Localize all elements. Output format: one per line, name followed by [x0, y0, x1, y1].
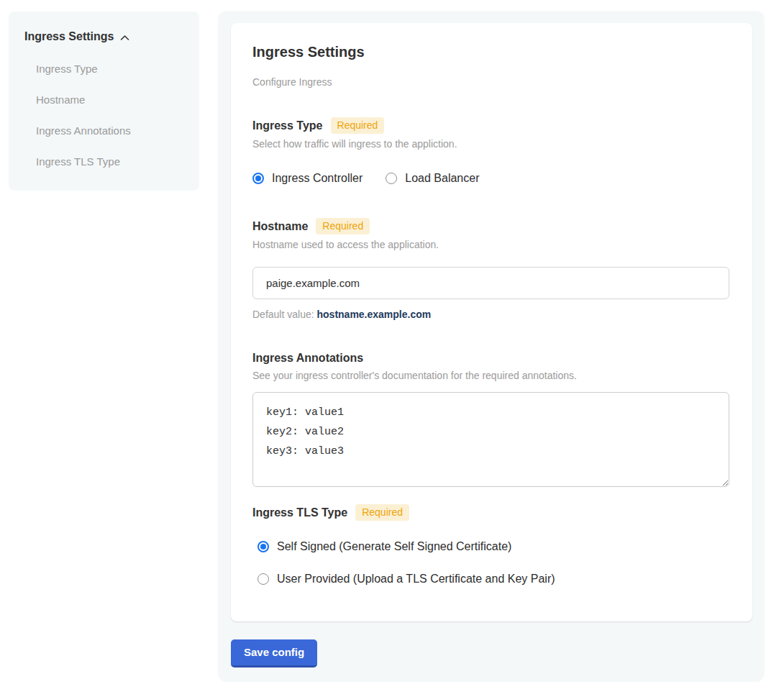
page-subtitle: Configure Ingress — [252, 76, 731, 88]
default-value-prefix: Default value: — [252, 309, 317, 320]
section-ingress-tls-type: Ingress TLS Type Required Self Signed (G… — [252, 504, 731, 586]
config-panel: Ingress Settings Configure Ingress Ingre… — [218, 11, 765, 682]
chevron-up-icon — [120, 30, 129, 45]
hostname-help: Hostname used to access the application. — [252, 239, 731, 251]
radio-label: Ingress Controller — [272, 171, 363, 185]
sidebar-group-label: Ingress Settings — [24, 29, 114, 44]
tls-type-heading: Ingress TLS Type — [252, 506, 347, 520]
section-ingress-type: Ingress Type Required Select how traffic… — [252, 117, 731, 185]
ingress-type-help: Select how traffic will ingress to the a… — [252, 138, 731, 150]
required-badge: Required — [316, 218, 370, 234]
annotations-help: See your ingress controller's documentat… — [252, 370, 731, 382]
sidebar-group-ingress-settings[interactable]: Ingress Settings — [24, 29, 185, 45]
ingress-type-radio-group: Ingress Controller Load Balancer — [252, 171, 731, 185]
sidebar-item-list: Ingress Type Hostname Ingress Annotation… — [24, 62, 185, 169]
tls-type-radio-group: Self Signed (Generate Self Signed Certif… — [252, 539, 731, 586]
required-badge: Required — [355, 504, 409, 521]
section-hostname: Hostname Required Hostname used to acces… — [252, 218, 731, 321]
ingress-type-heading: Ingress Type — [252, 119, 323, 133]
radio-ingress-controller[interactable]: Ingress Controller — [252, 171, 363, 185]
sidebar-item-ingress-tls-type[interactable]: Ingress TLS Type — [24, 155, 185, 169]
radio-self-signed[interactable]: Self Signed (Generate Self Signed Certif… — [257, 539, 731, 553]
hostname-default-line: Default value: hostname.example.com — [252, 309, 731, 321]
section-ingress-annotations: Ingress Annotations See your ingress con… — [252, 351, 731, 487]
hostname-heading: Hostname — [252, 219, 308, 234]
default-value-text: hostname.example.com — [317, 309, 432, 320]
sidebar-item-ingress-annotations[interactable]: Ingress Annotations — [24, 124, 185, 138]
save-config-button[interactable]: Save config — [231, 639, 317, 668]
page-title: Ingress Settings — [252, 43, 731, 60]
annotations-heading: Ingress Annotations — [252, 351, 363, 365]
required-badge: Required — [331, 117, 385, 134]
radio-label: Load Balancer — [405, 171, 479, 185]
config-nav-sidebar: Ingress Settings Ingress Type Hostname I… — [9, 12, 199, 191]
hostname-input[interactable] — [252, 267, 729, 299]
annotations-textarea[interactable]: key1: value1 key2: value2 key3: value3 — [252, 392, 729, 487]
radio-button-icon[interactable] — [252, 173, 264, 184]
radio-button-icon[interactable] — [386, 173, 397, 184]
radio-button-icon[interactable] — [257, 541, 269, 552]
radio-load-balancer[interactable]: Load Balancer — [386, 171, 479, 185]
config-card: Ingress Settings Configure Ingress Ingre… — [231, 23, 752, 621]
radio-user-provided[interactable]: User Provided (Upload a TLS Certificate … — [257, 572, 731, 586]
radio-button-icon[interactable] — [257, 573, 269, 585]
radio-label: User Provided (Upload a TLS Certificate … — [277, 572, 555, 586]
radio-label: Self Signed (Generate Self Signed Certif… — [277, 539, 511, 553]
sidebar-item-hostname[interactable]: Hostname — [24, 93, 185, 107]
sidebar-item-ingress-type[interactable]: Ingress Type — [24, 62, 185, 76]
